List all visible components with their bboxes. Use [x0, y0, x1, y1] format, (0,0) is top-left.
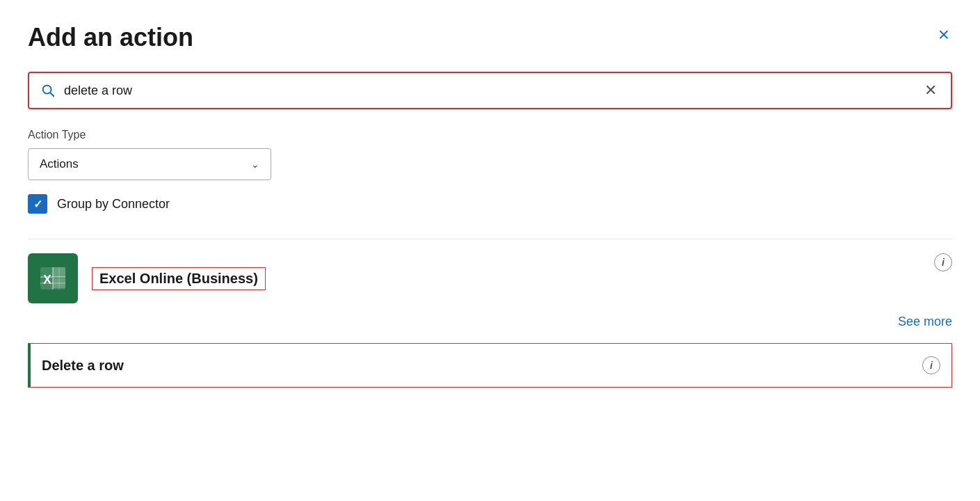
see-more-row: See more: [28, 315, 952, 340]
svg-text:X: X: [43, 273, 51, 287]
action-type-label: Action Type: [28, 129, 952, 141]
info-icon-label: i: [942, 257, 945, 268]
search-box: ✕: [28, 72, 952, 109]
action-type-value: Actions: [40, 157, 79, 171]
chevron-down-icon: ⌄: [251, 159, 259, 170]
action-info-icon: i: [930, 360, 933, 371]
group-by-connector-row: ✓ Group by Connector: [28, 194, 952, 214]
panel-title: Add an action: [28, 22, 193, 52]
search-input[interactable]: [64, 84, 922, 98]
action-name: Delete a row: [42, 358, 124, 374]
group-by-connector-checkbox[interactable]: ✓: [28, 194, 47, 214]
panel-header: Add an action ×: [28, 22, 952, 52]
action-info-button[interactable]: i: [922, 356, 940, 374]
connector-name-wrapper: Excel Online (Business): [92, 267, 266, 290]
excel-connector-icon: X: [28, 253, 78, 303]
connector-info-button[interactable]: i: [934, 253, 952, 271]
delete-row-action[interactable]: Delete a row i: [28, 343, 952, 388]
close-button[interactable]: ×: [935, 22, 952, 47]
group-by-connector-label: Group by Connector: [57, 197, 170, 212]
action-type-dropdown[interactable]: Actions ⌄: [28, 148, 271, 180]
connector-name: Excel Online (Business): [92, 267, 266, 290]
connector-header: X Excel Online (Business) i: [28, 239, 952, 315]
check-icon: ✓: [33, 198, 42, 211]
add-action-panel: Add an action × ✕ Action Type Actions ⌄ …: [0, 0, 980, 501]
search-container: ✕: [28, 72, 952, 109]
connector-section: X Excel Online (Business) i: [28, 239, 952, 388]
see-more-button[interactable]: See more: [898, 315, 952, 329]
search-icon: [40, 83, 56, 98]
search-clear-button[interactable]: ✕: [922, 81, 940, 100]
svg-line-1: [50, 93, 54, 96]
info-icon: i: [934, 253, 952, 271]
